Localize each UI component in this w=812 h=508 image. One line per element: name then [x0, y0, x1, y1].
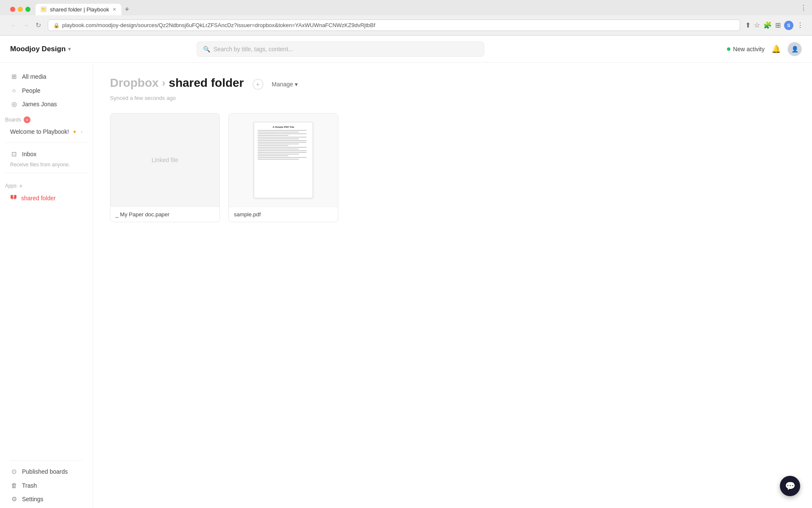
person-circle-icon: ◎ — [10, 100, 18, 108]
spark-icon: ✦ — [72, 129, 77, 135]
boards-section-label: Boards + — [0, 111, 93, 125]
back-btn[interactable]: ← — [8, 21, 19, 30]
new-activity-label: New activity — [733, 46, 765, 52]
new-activity-btn[interactable]: New activity — [727, 46, 765, 52]
breadcrumb: Dropbox › shared folder — [110, 76, 244, 90]
share-btn[interactable]: ⬆ — [745, 21, 751, 29]
sidebar-divider-3 — [10, 460, 82, 461]
file-card-my-paper-doc[interactable]: Linked file _ My Paper doc.paper — [110, 113, 220, 222]
pdf-line-1 — [258, 130, 307, 131]
sidebar-item-james-jonas[interactable]: ◎ James Jonas — [5, 97, 88, 111]
profile-grid-btn[interactable]: ⊞ — [775, 21, 781, 29]
file-thumbnail-my-paper-doc: Linked file — [110, 113, 219, 207]
breadcrumb-parent[interactable]: Dropbox — [110, 76, 159, 90]
notification-btn[interactable]: 🔔 — [771, 44, 781, 54]
search-icon: 🔍 — [203, 46, 210, 52]
sidebar-item-trash[interactable]: 🗑 Trash — [5, 479, 88, 492]
manage-dropdown-icon: ▾ — [295, 81, 298, 88]
pdf-line-7 — [258, 140, 307, 141]
apps-label-text: Apps — [5, 183, 16, 189]
trash-label: Trash — [22, 482, 37, 489]
published-icon: ⊙ — [10, 468, 18, 475]
manage-label: Manage — [272, 81, 294, 88]
published-boards-label: Published boards — [22, 468, 68, 475]
trash-icon: 🗑 — [10, 482, 18, 489]
pdf-line-15 — [258, 154, 299, 155]
add-board-btn[interactable]: + — [24, 116, 30, 123]
url-text: playbook.com/moodjoy-design/sources/Qz2N… — [62, 22, 375, 28]
breadcrumb-actions: + Manage ▾ — [252, 79, 302, 90]
avatar-icon: 👤 — [791, 46, 798, 52]
pdf-line-5 — [258, 137, 307, 138]
breadcrumb-separator: › — [162, 77, 165, 89]
new-tab-btn[interactable]: + — [121, 5, 133, 14]
lock-icon: 🔒 — [53, 22, 60, 28]
pdf-line-13 — [258, 150, 307, 151]
forward-btn[interactable]: → — [21, 21, 31, 30]
file-name-my-paper-doc: _ My Paper doc.paper — [110, 207, 219, 222]
app-body: ⊞ All media ○ People ◎ James Jonas Board… — [0, 63, 812, 508]
linked-file-label: Linked file — [151, 157, 178, 163]
sidebar-nav: ⊞ All media ○ People ◎ James Jonas — [0, 69, 93, 111]
sync-status: Synced a few seconds ago — [110, 95, 795, 101]
pdf-line-11 — [258, 147, 307, 148]
sidebar-item-james-jonas-label: James Jonas — [22, 101, 57, 108]
pdf-line-6 — [258, 138, 299, 139]
inbox-label: Inbox — [22, 151, 36, 157]
window-maximize[interactable] — [25, 7, 30, 12]
browser-profile[interactable]: S — [784, 21, 793, 30]
tab-close-btn[interactable]: ✕ — [112, 7, 116, 12]
browser-tab[interactable]: 📁 shared folder | Playbook ✕ — [36, 4, 121, 15]
user-avatar[interactable]: 👤 — [787, 42, 802, 56]
pdf-line-8 — [258, 142, 307, 143]
shared-folder-label: shared folder — [21, 195, 56, 202]
app-logo-dropdown-icon: ▾ — [68, 46, 71, 52]
apps-section: shared folder — [0, 191, 93, 205]
file-name-sample-pdf: sample.pdf — [229, 207, 338, 222]
app-header: Moodjoy Design ▾ 🔍 Search by title, tags… — [0, 36, 812, 63]
manage-btn[interactable]: Manage ▾ — [269, 79, 302, 89]
activity-dot — [727, 47, 730, 51]
file-card-sample-pdf[interactable]: A Simple PDF File — [228, 113, 338, 222]
pdf-preview: A Simple PDF File — [254, 122, 313, 198]
sidebar-bottom: ⊙ Published boards 🗑 Trash ⚙ Settings — [0, 456, 93, 506]
apps-section-label: Apps + — [0, 177, 93, 191]
file-grid: Linked file _ My Paper doc.paper A Simpl… — [110, 113, 795, 222]
sidebar-item-welcome[interactable]: Welcome to Playbook! ✦ › — [5, 125, 88, 138]
pdf-line-16 — [258, 155, 288, 156]
inbox-icon: ⊡ — [10, 150, 18, 158]
sidebar-item-people[interactable]: ○ People — [5, 84, 88, 97]
address-bar[interactable]: 🔒 playbook.com/moodjoy-design/sources/Qz… — [48, 19, 740, 31]
refresh-btn[interactable]: ↻ — [34, 20, 43, 30]
search-bar[interactable]: 🔍 Search by title, tags, content... — [197, 41, 484, 57]
sidebar-item-inbox[interactable]: ⊡ Inbox — [5, 148, 88, 160]
window-close[interactable] — [10, 7, 15, 12]
breadcrumb-row: Dropbox › shared folder + Manage ▾ — [110, 76, 795, 92]
app-logo[interactable]: Moodjoy Design ▾ — [10, 45, 71, 53]
grid-icon: ⊞ — [10, 73, 18, 80]
sidebar-item-published-boards[interactable]: ⊙ Published boards — [5, 465, 88, 478]
boards-section: Welcome to Playbook! ✦ › — [0, 125, 93, 138]
sidebar-item-settings[interactable]: ⚙ Settings — [5, 492, 88, 506]
sidebar-item-all-media[interactable]: ⊞ All media — [5, 70, 88, 83]
pdf-line-14 — [258, 152, 307, 153]
main-content: Dropbox › shared folder + Manage ▾ Synce… — [93, 63, 812, 508]
browser-menu-btn[interactable]: ⋮ — [800, 4, 807, 12]
add-to-folder-btn[interactable]: + — [252, 79, 263, 90]
chat-icon: 💬 — [785, 481, 796, 491]
browser-more-btn[interactable]: ⋮ — [797, 21, 804, 29]
extensions-btn[interactable]: 🧩 — [763, 21, 772, 29]
pdf-line-4 — [258, 135, 288, 136]
search-placeholder: Search by title, tags, content... — [214, 46, 293, 52]
chat-fab[interactable]: 💬 — [780, 476, 800, 496]
apps-add-icon: + — [19, 182, 22, 189]
pdf-line-18 — [258, 159, 299, 160]
bookmark-btn[interactable]: ☆ — [754, 21, 760, 29]
settings-icon: ⚙ — [10, 495, 18, 503]
window-minimize[interactable] — [18, 7, 23, 12]
app-name: Moodjoy Design — [10, 45, 66, 53]
pdf-line-9 — [258, 144, 299, 144]
sidebar-item-shared-folder[interactable]: shared folder — [5, 191, 88, 205]
board-welcome-label: Welcome to Playbook! — [10, 128, 69, 135]
dropbox-icon — [10, 194, 17, 202]
